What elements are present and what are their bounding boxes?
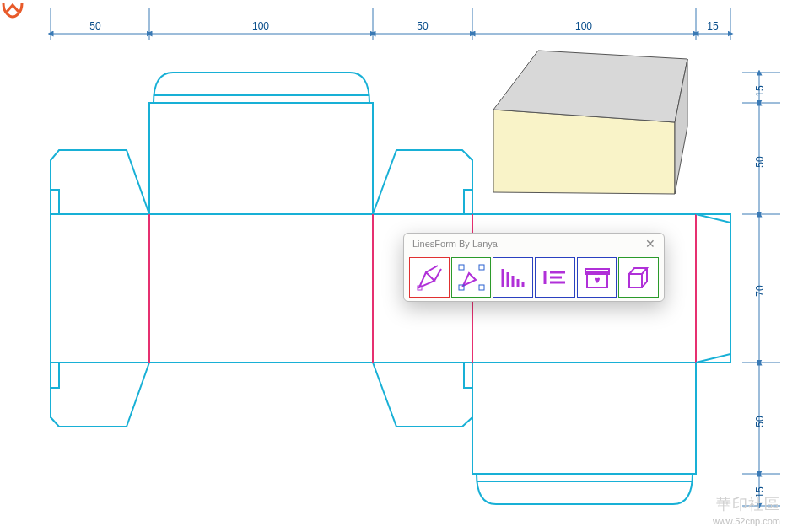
watermark-logo-icon [0, 0, 25, 20]
dim-top-4: 100 [575, 20, 592, 32]
dim-top-3: 50 [417, 20, 429, 32]
dim-top-2: 100 [252, 20, 269, 32]
top-dimensions: 50 100 50 100 15 [51, 8, 730, 40]
dim-top-1: 50 [89, 20, 101, 32]
dieline-drawing: 50 100 50 100 15 15 50 70 50 15 [0, 0, 787, 532]
right-dimensions: 15 50 70 50 15 [742, 73, 780, 506]
watermark-brand: 華印社區 [713, 495, 780, 514]
linesform-panel[interactable]: LinesForm By Lanya ✕ [403, 233, 665, 302]
watermark: 華印社區 www.52cnp.com [713, 495, 780, 527]
svg-rect-36 [479, 285, 484, 290]
dim-right-1: 15 [754, 85, 766, 97]
pen-select-tool[interactable] [451, 257, 492, 298]
text-stagger-tool[interactable] [493, 257, 533, 298]
dim-top-5: 15 [707, 20, 719, 32]
dim-right-3: 70 [754, 285, 766, 297]
watermark-url: www.52cnp.com [713, 515, 780, 527]
box-3d-tool[interactable] [618, 257, 659, 298]
svg-marker-30 [493, 51, 687, 122]
dim-right-2: 50 [754, 156, 766, 168]
svg-rect-33 [459, 265, 464, 270]
svg-marker-29 [493, 110, 675, 194]
dim-right-4: 50 [754, 416, 766, 427]
text-indent-tool[interactable] [535, 257, 575, 298]
close-icon[interactable]: ✕ [645, 237, 655, 250]
box-3d-preview [493, 51, 687, 194]
pen-tool[interactable] [409, 257, 450, 298]
svg-rect-34 [479, 265, 484, 270]
panel-title-text: LinesForm By Lanya [412, 239, 498, 249]
favorite-box-tool[interactable] [577, 257, 617, 298]
